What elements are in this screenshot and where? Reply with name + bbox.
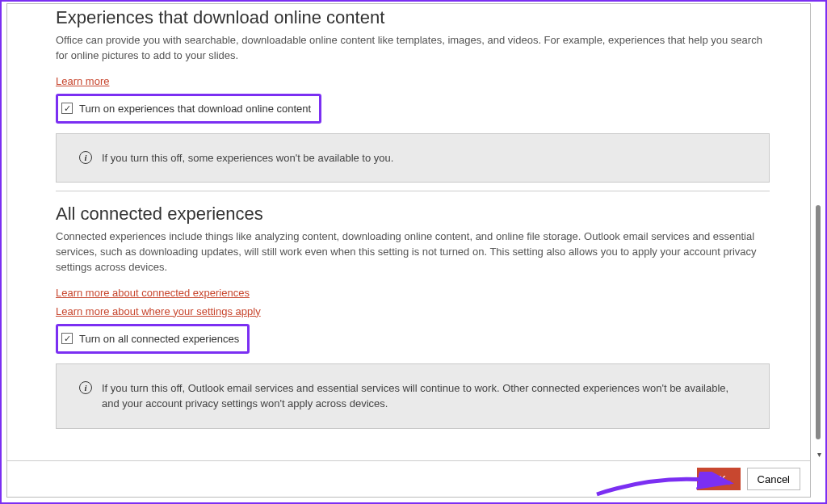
info-text: If you turn this off, Outlook email serv…	[102, 380, 746, 412]
checkbox-download-content[interactable]: Turn on experiences that download online…	[56, 94, 321, 124]
cancel-button[interactable]: Cancel	[747, 468, 800, 490]
scroll-thumb[interactable]	[816, 205, 821, 439]
content-pane: Experiences that download online content…	[7, 4, 810, 453]
checkbox-all-connected[interactable]: Turn on all connected experiences	[56, 324, 250, 354]
learn-more-link[interactable]: Learn more	[56, 75, 109, 87]
scroll-area: Experiences that download online content…	[7, 4, 810, 461]
info-icon: i	[79, 151, 92, 164]
checkbox-icon	[61, 103, 73, 114]
learn-more-settings-link[interactable]: Learn more about where your settings app…	[56, 305, 261, 317]
ok-button[interactable]: OK	[697, 468, 741, 490]
section-heading: Experiences that download online content	[56, 7, 770, 28]
info-icon: i	[79, 381, 92, 394]
checkbox-label: Turn on experiences that download online…	[79, 103, 311, 115]
section-all-connected: All connected experiences Connected expe…	[56, 191, 770, 437]
dialog-footer: OK Cancel	[7, 461, 810, 497]
checkbox-label: Turn on all connected experiences	[79, 333, 239, 345]
checkbox-icon	[61, 333, 73, 344]
info-text: If you turn this off, some experiences w…	[102, 150, 393, 166]
scroll-down-arrow-icon[interactable]: ▾	[814, 450, 824, 459]
learn-more-connected-link[interactable]: Learn more about connected experiences	[56, 287, 250, 299]
section-description: Office can provide you with searchable, …	[56, 33, 770, 64]
info-box: i If you turn this off, Outlook email se…	[56, 363, 770, 429]
info-box: i If you turn this off, some experiences…	[56, 133, 770, 183]
privacy-settings-dialog: Experiences that download online content…	[6, 3, 811, 498]
section-description: Connected experiences include things lik…	[56, 229, 770, 275]
vertical-scrollbar[interactable]: ▾	[814, 5, 824, 464]
section-download-content: Experiences that download online content…	[56, 4, 770, 191]
section-heading: All connected experiences	[56, 204, 770, 225]
